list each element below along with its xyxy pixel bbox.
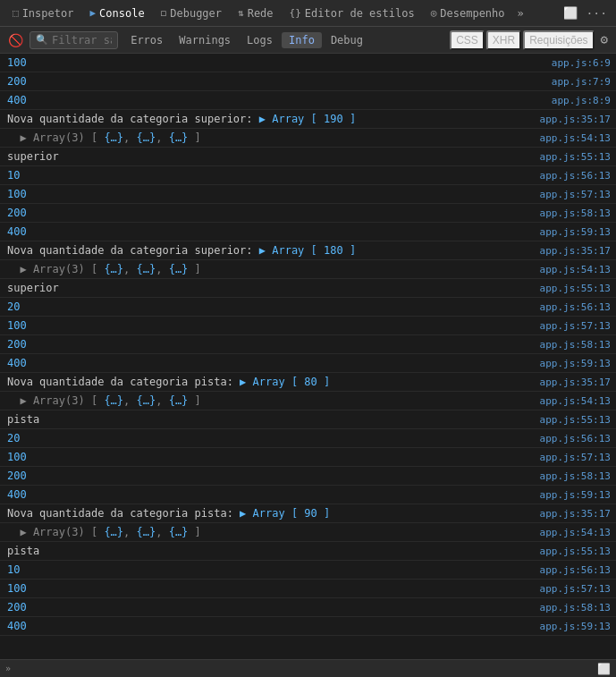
console-output: 100app.js:6:9200app.js:7:9400app.js:8:9N… [0,54,616,659]
nav-more-button[interactable]: » [514,7,527,20]
log-file-link[interactable]: app.js:55:13 [540,280,616,296]
tab-warnings[interactable]: Warnings [172,32,238,48]
log-file-link[interactable]: app.js:58:13 [540,599,616,615]
log-file-link[interactable]: app.js:54:13 [540,130,616,146]
log-file-link[interactable]: app.js:35:17 [540,374,616,390]
console-toolbar: 🚫 🔍 Erros Warnings Logs Info Debug CSS X… [0,27,616,54]
log-row: 400app.js:8:9 [0,91,616,110]
log-file-link[interactable]: app.js:54:13 [540,524,616,540]
log-file-link[interactable]: app.js:58:13 [540,336,616,352]
nav-item-console[interactable]: ▶ Console [82,0,151,26]
console-icon: ▶ [89,7,96,19]
log-row: 400app.js:59:13 [0,486,616,504]
log-row: 400app.js:59:13 [0,223,616,241]
log-file-link[interactable]: app.js:59:13 [540,618,616,634]
log-file-link[interactable]: app.js:6:9 [552,55,616,71]
tab-requisicoes[interactable]: Requisições [523,30,594,50]
log-row: 100app.js:57:13 [0,185,616,204]
log-message: ▶ Array(3) [ {…}, {…}, {…} ] [7,261,540,276]
tab-css[interactable]: CSS [450,30,485,50]
nav-item-inspetor[interactable]: ⬚ Inspetor [5,0,80,26]
log-file-link[interactable]: app.js:58:13 [540,468,616,484]
tab-erros[interactable]: Erros [123,32,170,48]
nav-label-editor-estilos: Editor de estilos [305,7,415,20]
expand-console-icon[interactable]: » [5,664,11,673]
log-file-link[interactable]: app.js:35:17 [540,111,616,127]
dock-icon[interactable]: ⬜ [560,6,581,20]
log-file-link[interactable]: app.js:56:13 [540,562,616,578]
log-file-link[interactable]: app.js:57:13 [540,186,616,202]
log-row: 200app.js:7:9 [0,72,616,91]
log-file-link[interactable]: app.js:57:13 [540,317,616,334]
log-file-link[interactable]: app.js:56:13 [540,299,616,315]
nav-right-icons: ⬜ ··· [560,6,611,20]
rede-icon: ⇅ [238,7,244,19]
log-file-link[interactable]: app.js:59:13 [540,355,616,371]
log-message: 200 [7,336,540,351]
nav-item-rede[interactable]: ⇅ Rede [231,0,281,26]
log-message: ▶ Array(3) [ {…}, {…}, {…} ] [7,130,540,145]
log-row: Nova quantidade da categoria superior: ▶… [0,110,616,129]
log-file-link[interactable]: app.js:35:17 [540,242,616,258]
log-file-link[interactable]: app.js:57:13 [540,449,616,465]
log-message: 400 [7,224,540,239]
log-file-link[interactable]: app.js:54:13 [540,393,616,409]
log-message: 10 [7,562,540,577]
more-options-icon[interactable]: ··· [583,6,611,20]
log-file-link[interactable]: app.js:55:13 [540,543,616,559]
log-row: pistaapp.js:55:13 [0,410,616,429]
tab-logs[interactable]: Logs [240,32,280,48]
top-nav: ⬚ Inspetor ▶ Console ◻ Debugger ⇅ Rede {… [0,0,616,27]
log-level-tabs: Erros Warnings Logs Info Debug [123,32,370,48]
nav-label-rede: Rede [248,7,274,20]
log-message: 100 [7,186,540,201]
toolbar-right-group: CSS XHR Requisições ⚙ [450,30,612,50]
log-file-link[interactable]: app.js:8:9 [552,92,616,108]
log-message: ▶ Array(3) [ {…}, {…}, {…} ] [7,393,540,408]
inspetor-icon: ⬚ [13,7,19,19]
log-message: superior [7,280,540,295]
nav-label-inspetor: Inspetor [22,7,74,20]
log-message: Nova quantidade da categoria pista: ▶ Ar… [7,374,540,389]
log-file-link[interactable]: app.js:56:13 [540,167,616,183]
tab-xhr[interactable]: XHR [486,30,521,50]
log-file-link[interactable]: app.js:55:13 [540,148,616,165]
log-message: 100 [7,580,540,596]
log-message: 400 [7,618,540,633]
log-row: ▶ Array(3) [ {…}, {…}, {…} ]app.js:54:13 [0,392,616,410]
nav-item-desempenho[interactable]: ◎ Desempenho [424,0,512,26]
console-settings-icon[interactable]: ⬜ [597,663,611,675]
log-row: 100app.js:6:9 [0,54,616,72]
log-row: 100app.js:57:13 [0,580,616,598]
log-file-link[interactable]: app.js:7:9 [552,73,616,89]
log-file-link[interactable]: app.js:35:17 [540,505,616,521]
settings-button[interactable]: ⚙ [596,30,612,50]
log-file-link[interactable]: app.js:58:13 [540,205,616,221]
log-row: 100app.js:57:13 [0,448,616,467]
nav-label-debugger: Debugger [170,7,222,20]
log-message: pista [7,411,540,427]
log-message: 20 [7,430,540,445]
nav-label-desempenho: Desempenho [440,7,504,20]
log-row: ▶ Array(3) [ {…}, {…}, {…} ]app.js:54:13 [0,260,616,279]
log-row: superiorapp.js:55:13 [0,279,616,298]
log-row: 400app.js:59:13 [0,617,616,636]
filter-input[interactable] [52,34,112,47]
nav-item-editor-estilos[interactable]: {} Editor de estilos [283,0,422,26]
log-file-link[interactable]: app.js:54:13 [540,261,616,277]
log-message: 400 [7,355,540,370]
filter-input-container: 🔍 [30,31,118,49]
log-message: 400 [7,92,552,107]
nav-item-debugger[interactable]: ◻ Debugger [154,0,229,26]
log-file-link[interactable]: app.js:59:13 [540,224,616,240]
log-file-link[interactable]: app.js:57:13 [540,580,616,597]
log-file-link[interactable]: app.js:55:13 [540,411,616,427]
tab-debug[interactable]: Debug [324,32,370,48]
clear-console-button[interactable]: 🚫 [4,31,28,49]
log-row: 20app.js:56:13 [0,298,616,317]
log-file-link[interactable]: app.js:59:13 [540,487,616,503]
log-message: 200 [7,73,552,89]
log-row: 200app.js:58:13 [0,467,616,486]
log-file-link[interactable]: app.js:56:13 [540,430,616,446]
tab-info[interactable]: Info [282,32,322,48]
